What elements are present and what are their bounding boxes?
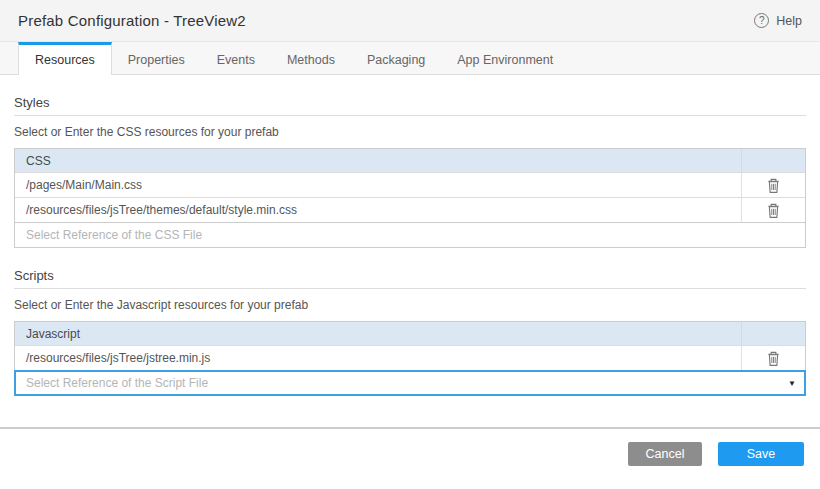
tab-label: Resources — [35, 53, 95, 67]
css-resources-table: CSS /pages/Main/Main.css — [14, 148, 806, 248]
tab-packaging[interactable]: Packaging — [351, 42, 441, 74]
css-resource-value: /pages/Main/Main.css — [15, 173, 741, 197]
css-table-header: CSS — [15, 149, 805, 172]
cancel-button[interactable]: Cancel — [628, 442, 702, 466]
tab-events[interactable]: Events — [201, 42, 271, 74]
table-row: /resources/files/jsTree/themes/default/s… — [15, 197, 805, 222]
resources-panel: Styles Select or Enter the CSS resources… — [0, 75, 820, 427]
tab-app-environment[interactable]: App Environment — [441, 42, 569, 74]
css-resource-value: /resources/files/jsTree/themes/default/s… — [15, 198, 741, 222]
delete-script-resource-button[interactable] — [741, 346, 805, 370]
tab-label: Packaging — [367, 53, 425, 67]
dialog-header: Prefab Configuration - TreeView2 ? Help — [0, 0, 820, 42]
scripts-heading: Scripts — [14, 268, 806, 289]
actions-column-header — [741, 149, 805, 172]
tab-bar: Resources Properties Events Methods Pack… — [0, 42, 820, 75]
script-reference-input[interactable] — [14, 370, 806, 396]
trash-icon — [766, 202, 781, 219]
script-table-header: Javascript — [15, 322, 805, 345]
help-button[interactable]: ? Help — [754, 13, 802, 28]
tab-methods[interactable]: Methods — [271, 42, 351, 74]
css-reference-input[interactable] — [15, 223, 805, 247]
tab-label: App Environment — [457, 53, 553, 67]
actions-column-header — [741, 322, 805, 345]
script-resource-value: /resources/files/jsTree/jstree.min.js — [15, 346, 741, 370]
styles-section: Styles Select or Enter the CSS resources… — [14, 95, 806, 248]
tab-resources[interactable]: Resources — [18, 42, 112, 75]
delete-css-resource-button[interactable] — [741, 173, 805, 197]
script-resources-table: Javascript /resources/files/jsTree/jstre… — [14, 321, 806, 396]
scripts-subtitle: Select or Enter the Javascript resources… — [14, 298, 806, 312]
trash-icon — [766, 350, 781, 367]
css-column-header: CSS — [15, 154, 741, 168]
tab-label: Methods — [287, 53, 335, 67]
styles-heading: Styles — [14, 95, 806, 116]
scripts-section: Scripts Select or Enter the Javascript r… — [14, 268, 806, 396]
trash-icon — [766, 177, 781, 194]
javascript-column-header: Javascript — [15, 327, 741, 341]
tab-label: Properties — [128, 53, 185, 67]
css-add-row — [15, 222, 805, 247]
table-row: /pages/Main/Main.css — [15, 172, 805, 197]
table-row: /resources/files/jsTree/jstree.min.js — [15, 345, 805, 370]
footer-actions: Cancel Save — [0, 429, 820, 489]
page-title: Prefab Configuration - TreeView2 — [18, 12, 246, 29]
delete-css-resource-button[interactable] — [741, 198, 805, 222]
save-button[interactable]: Save — [718, 442, 804, 466]
tab-properties[interactable]: Properties — [112, 42, 201, 74]
script-add-row: ▼ — [15, 370, 805, 395]
styles-subtitle: Select or Enter the CSS resources for yo… — [14, 125, 806, 139]
prefab-configuration-dialog: Prefab Configuration - TreeView2 ? Help … — [0, 0, 820, 489]
tab-label: Events — [217, 53, 255, 67]
help-label: Help — [776, 14, 802, 28]
question-circle-icon: ? — [754, 13, 769, 28]
